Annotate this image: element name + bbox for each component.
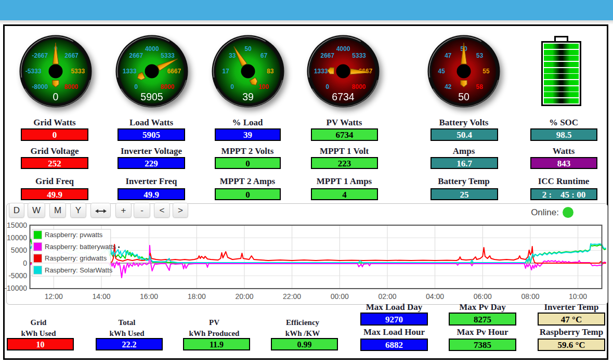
svg-text:8000: 8000 <box>161 83 175 90</box>
svg-text:08:00: 08:00 <box>521 292 539 301</box>
svg-text:5333: 5333 <box>71 68 85 75</box>
svg-text:0: 0 <box>23 259 27 267</box>
svg-text:15000: 15000 <box>7 221 27 229</box>
svg-text:10:00: 10:00 <box>569 292 587 301</box>
svg-text:100: 100 <box>258 83 269 90</box>
svg-text:-5333: -5333 <box>25 68 42 75</box>
svg-text:8000: 8000 <box>352 83 366 90</box>
svg-text:Raspberry: SolarWatts: Raspberry: SolarWatts <box>45 266 113 274</box>
svg-text:6667: 6667 <box>167 68 181 75</box>
svg-text:0: 0 <box>230 83 234 90</box>
svg-text:45: 45 <box>438 68 445 75</box>
svg-text:2667: 2667 <box>320 52 334 59</box>
svg-text:-10000: -10000 <box>4 284 27 292</box>
svg-text:1333: 1333 <box>314 68 328 75</box>
svg-text:-5000: -5000 <box>8 271 27 280</box>
svg-text:83: 83 <box>267 68 274 75</box>
svg-text:02:00: 02:00 <box>378 292 396 301</box>
svg-text:00:00: 00:00 <box>331 292 349 301</box>
svg-text:-8000: -8000 <box>32 83 48 90</box>
svg-text:Raspberry: batterywatts: Raspberry: batterywatts <box>45 243 116 251</box>
svg-text:55: 55 <box>482 68 490 75</box>
svg-text:2667: 2667 <box>129 52 143 59</box>
svg-text:18:00: 18:00 <box>188 292 206 301</box>
svg-text:58: 58 <box>476 83 484 90</box>
svg-text:5333: 5333 <box>352 52 366 59</box>
svg-text:Raspberry: gridwatts: Raspberry: gridwatts <box>45 254 107 262</box>
svg-text:47: 47 <box>445 52 452 59</box>
svg-text:5000: 5000 <box>11 246 27 254</box>
svg-text:4000: 4000 <box>336 45 350 53</box>
svg-text:53: 53 <box>476 52 484 59</box>
svg-text:10000: 10000 <box>7 233 27 242</box>
svg-text:6734: 6734 <box>332 91 355 102</box>
svg-text:5905: 5905 <box>140 91 163 102</box>
svg-text:Raspberry: pvwatts: Raspberry: pvwatts <box>45 231 103 239</box>
svg-text:42: 42 <box>445 83 452 90</box>
svg-text:17: 17 <box>222 68 229 75</box>
svg-text:1333: 1333 <box>123 68 137 75</box>
svg-text:22:00: 22:00 <box>283 292 301 301</box>
svg-text:0: 0 <box>134 83 138 90</box>
svg-text:0: 0 <box>53 91 59 102</box>
svg-text:16:00: 16:00 <box>140 292 158 301</box>
svg-text:0: 0 <box>325 83 329 90</box>
svg-text:50: 50 <box>244 45 252 53</box>
svg-text:2667: 2667 <box>64 52 79 59</box>
svg-text:67: 67 <box>260 52 268 59</box>
svg-text:39: 39 <box>242 91 254 102</box>
svg-text:5333: 5333 <box>161 52 175 59</box>
svg-text:20:00: 20:00 <box>235 292 253 301</box>
svg-text:8000: 8000 <box>64 83 79 90</box>
svg-text:04:00: 04:00 <box>426 292 444 301</box>
svg-text:33: 33 <box>229 52 236 59</box>
svg-text:50: 50 <box>458 91 469 102</box>
svg-text:4000: 4000 <box>145 45 159 53</box>
svg-text:14:00: 14:00 <box>92 292 110 301</box>
svg-text:12:00: 12:00 <box>45 292 63 301</box>
svg-text:-2667: -2667 <box>32 52 48 59</box>
svg-text:06:00: 06:00 <box>474 292 492 301</box>
